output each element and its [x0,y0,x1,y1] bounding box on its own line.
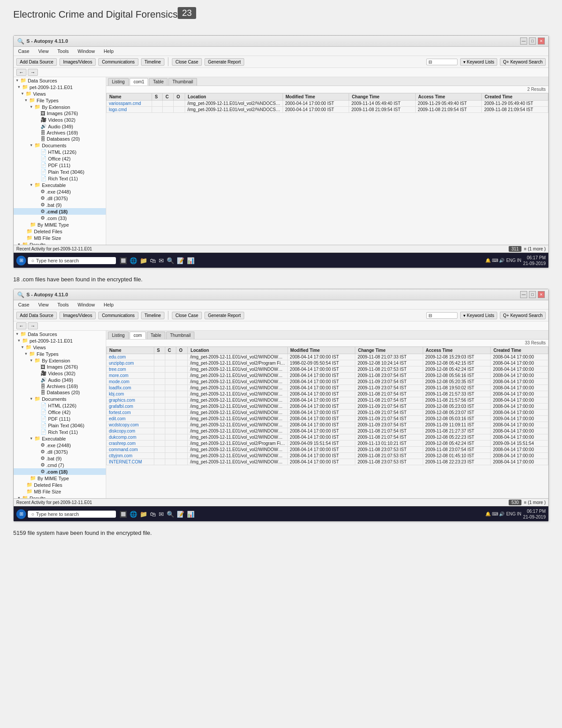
start-button-2[interactable]: ⊞ [16,509,26,519]
sidebar-item[interactable]: 📄Plain Text (3046) [14,168,106,175]
col-c-1[interactable]: C [163,93,174,101]
sidebar-item[interactable]: ▼📁Documents [14,142,106,149]
sidebar-item[interactable]: ▼📁pet-2009-12-11.E01 [14,84,106,90]
col-s-1[interactable]: S [152,93,163,101]
back-btn-2[interactable]: ← [16,322,26,329]
taskbar-icon-search-1[interactable]: 🔲 [119,257,127,264]
timeline-btn-1[interactable]: Timeline [141,58,164,66]
menu-help-2[interactable]: Help [102,301,115,308]
sidebar-item[interactable]: 📄Rich Text (11) [14,175,106,182]
generate-report-btn-1[interactable]: Generate Report [205,58,245,66]
sidebar-item[interactable]: ⚙.dll (3075) [14,448,106,455]
sidebar-item[interactable]: 🗄Databases (20) [14,389,106,396]
sidebar-item[interactable]: 🎥Videos (302) [14,370,106,377]
sidebar-item[interactable]: ⚙.exe (2448) [14,188,106,195]
sidebar-item[interactable]: ⚙.bat (9) [14,455,106,462]
keyword-search-btn-2[interactable]: Q+ Keyword Search [500,312,546,319]
table-row[interactable]: wcdstcopy.com/img_pet-2009-12-11.E01/vol… [107,422,548,428]
taskbar-icon-word-2[interactable]: 📝 [177,511,184,518]
taskbar-search-1[interactable]: ○ Type here to search [28,257,116,264]
sidebar-item[interactable]: ▼📁By Extension [14,104,106,110]
table-row[interactable]: graphics.com/img_pet-2009-12-11.E01/vol_… [107,397,548,403]
table-row[interactable]: grafafbl.com/img_pet-2009-12-11.E01/vol_… [107,403,548,410]
taskbar-icon-store-1[interactable]: 🛍 [150,257,156,264]
table-row[interactable]: edit.com/img_pet-2009-12-11.E01/vol_vol2… [107,416,548,422]
maximize-button-2[interactable]: □ [529,291,536,298]
col-change-1[interactable]: Change Time [349,93,416,101]
close-button-1[interactable]: ✕ [538,37,545,45]
sidebar-item[interactable]: ⚙.dll (3075) [14,195,106,202]
sidebar-item[interactable]: ⚙.com (18) [14,468,106,475]
tab-com-1[interactable]: com1 [130,78,148,86]
col-c-2[interactable]: C [165,347,176,354]
col-name-2[interactable]: Name [107,347,154,354]
taskbar-icon-autopsy-2[interactable]: 🔍 [167,511,174,518]
table-row[interactable]: INTERNET.COM/img_pet-2009-12-11.E01/vol_… [107,459,548,465]
taskbar-icon-autopsy-1[interactable]: 🔍 [167,257,174,264]
col-location-1[interactable]: Location [185,93,283,101]
taskbar-icon-excel-2[interactable]: 📊 [187,511,194,518]
taskbar-icon-word-1[interactable]: 📝 [177,257,184,264]
taskbar-icon-excel-1[interactable]: 📊 [187,257,194,264]
sidebar-item[interactable]: 📁MB File Size [14,488,106,495]
col-access-2[interactable]: Access Time [423,347,491,354]
add-data-source-btn-1[interactable]: Add Data Source [16,58,57,66]
filter-input-2[interactable] [433,313,455,318]
menu-window-1[interactable]: Window [76,48,97,55]
file-table-2[interactable]: Name S C O Location Modified Time Change… [106,347,548,498]
sidebar-item[interactable]: ▼📁Executable [14,182,106,188]
col-created-1[interactable]: Created Time [482,93,548,101]
window-controls-1[interactable]: — □ ✕ [520,37,545,45]
file-table-1[interactable]: Name S C O Location Modified Time Change… [106,93,548,245]
filter-input-1[interactable] [433,60,455,64]
back-btn-1[interactable]: ← [16,69,26,76]
tab-listing-2[interactable]: Listing [108,332,129,339]
sidebar-item[interactable]: ▼📁Executable [14,435,106,442]
sidebar-item[interactable]: ▼📁File Types [14,351,106,357]
menu-case-1[interactable]: Case [16,48,31,55]
sidebar-item[interactable]: ▼📁Results [14,241,106,245]
sidebar-item[interactable]: 📄Office (42) [14,409,106,415]
taskbar-search-2[interactable]: ○ Type here to search [28,511,116,518]
menu-view-1[interactable]: View [37,48,51,55]
sidebar-item[interactable]: 🗄Databases (20) [14,136,106,142]
minimize-button-2[interactable]: — [520,291,527,298]
tab-table-1[interactable]: Table [149,78,167,86]
close-case-btn-2[interactable]: Close Case [172,312,202,319]
maximize-button-1[interactable]: □ [529,37,536,45]
sidebar-item[interactable]: 📄Rich Text (11) [14,429,106,435]
sidebar-item[interactable]: ▼📁Documents [14,396,106,402]
sidebar-item[interactable]: ▼📁Results [14,495,106,498]
sidebar-item[interactable]: 📄Plain Text (3046) [14,422,106,429]
table-row[interactable]: dukcomp.com/img_pet-2009-12-11.E01/vol_v… [107,434,548,441]
menu-view-2[interactable]: View [37,301,51,308]
sidebar-item[interactable]: 📁Deleted Files [14,228,106,235]
col-modified-1[interactable]: Modified Time [283,93,349,101]
taskbar-icon-folder-1[interactable]: 📁 [140,257,147,264]
col-s-2[interactable]: S [154,347,165,354]
table-row[interactable]: tree.com/img_pet-2009-12-11.E01/vol_vol2… [107,366,548,373]
timeline-btn-2[interactable]: Timeline [141,312,164,319]
taskbar-icon-search-2[interactable]: 🔲 [119,511,127,518]
sidebar-item[interactable]: 📄PDF (111) [14,162,106,168]
sidebar-item[interactable]: 🗄Archives (169) [14,383,106,389]
sidebar-item[interactable]: ▼📁File Types [14,97,106,104]
images-videos-btn-2[interactable]: Images/Videos [60,312,96,319]
start-button-1[interactable]: ⊞ [16,256,26,265]
table-row[interactable]: unzipbp.com/img_pet-2009-12-11.E01/vol_v… [107,360,548,366]
table-row[interactable]: edu.com/img_pet-2009-12-11.E01/vol_vol2/… [107,354,548,360]
sidebar-item[interactable]: ⚙.exe (2448) [14,442,106,448]
sidebar-item[interactable]: 📁By MIME Type [14,221,106,228]
sidebar-item[interactable]: 🖼Images (2676) [14,364,106,370]
keyword-lists-btn-1[interactable]: ▾ Keyword Lists [460,58,497,66]
sidebar-item[interactable]: 🔊Audio (349) [14,377,106,383]
col-location-2[interactable]: Location [188,347,287,354]
sidebar-item[interactable]: ▼📁Views [14,90,106,97]
col-modified-2[interactable]: Modified Time [287,347,355,354]
table-row[interactable]: mode.com/img_pet-2009-12-11.E01/vol_vol2… [107,379,548,385]
table-row[interactable]: loadfix.com/img_pet-2009-12-11.E01/vol_v… [107,385,548,391]
keyword-search-btn-1[interactable]: Q+ Keyword Search [500,58,546,66]
col-access-1[interactable]: Access Time [415,93,482,101]
close-case-btn-1[interactable]: Close Case [172,58,202,66]
table-row[interactable]: fortest.com/img_pet-2009-12-11.E01/vol_v… [107,410,548,416]
